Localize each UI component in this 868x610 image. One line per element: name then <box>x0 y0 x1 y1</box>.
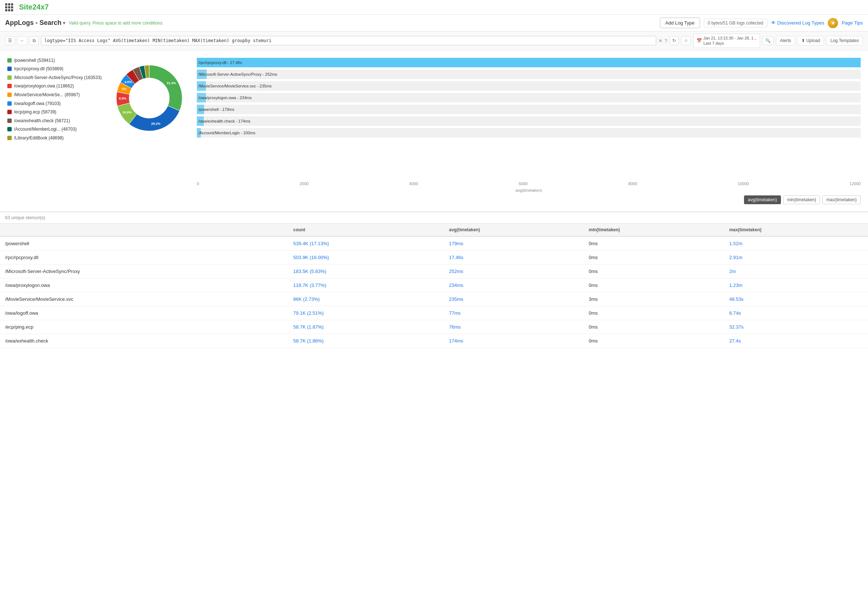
table-row[interactable]: /MovieService/MovieService.svc86K (2.73%… <box>0 292 868 306</box>
chart-control-button[interactable]: min(timetaken) <box>783 196 820 204</box>
bar-row[interactable]: /Microsoft-Server-ActiveSync/Proxy - 252… <box>197 70 861 79</box>
query-bar: ☰ ← ⧉ ✕ ? ↻ ☆ 📅 Jan 21, 13:15:30 - Jan 2… <box>0 31 868 51</box>
table-row[interactable]: /owa/logoff.owa79.1K (2.51%)77ms0ms6.74s <box>0 306 868 320</box>
table-row[interactable]: /ecp/ping.ecp58.7K (1.87%)76ms0ms32.37s <box>0 320 868 334</box>
chart-control-button[interactable]: max(timetaken) <box>822 196 861 204</box>
table-cell: 48.53s <box>724 292 868 306</box>
bar-row[interactable]: /powershell - 179ms <box>197 105 861 114</box>
table-cell: 174ms <box>444 334 583 348</box>
legend-item: /rpc/rpcproxy.dll (503869) <box>7 66 102 72</box>
table-cell: 1.52m <box>724 236 868 251</box>
x-axis-tick: 12000 <box>849 182 861 186</box>
page-tips-link[interactable]: Page Tips <box>842 20 863 26</box>
add-log-type-button[interactable]: Add Log Type <box>660 17 700 28</box>
legend-label: /MovieService/MovieSe... (85987) <box>14 92 80 98</box>
table-cell: 27.4s <box>724 334 868 348</box>
legend-label: /owa/proxylogon.owa (118662) <box>14 84 74 89</box>
header-bar: AppLogs - Search ▾ Valid query. Press sp… <box>0 15 868 31</box>
upload-button[interactable]: ⬆ Upload <box>797 36 824 45</box>
bar-row[interactable]: /owa/proxylogon.owa - 234ms <box>197 93 861 102</box>
title-dropdown-icon[interactable]: ▾ <box>63 20 65 26</box>
grid-menu-icon[interactable] <box>5 3 13 11</box>
alerts-button[interactable]: Alerts <box>776 36 795 45</box>
legend-label: /owa/exhealth.check (58721) <box>14 118 70 124</box>
query-copy-icon[interactable]: ⧉ <box>29 36 39 45</box>
chart-control-button[interactable]: avg(timetaken) <box>744 196 781 204</box>
bar-chart-area: /rpc/rpcproxy.dll - 17.46s/Microsoft-Ser… <box>197 58 861 204</box>
bar-label: /rpc/rpcproxy.dll - 17.46s <box>198 61 242 65</box>
bar-row[interactable]: /Account/MemberLogin - 100ms <box>197 128 861 138</box>
bar-row[interactable]: /owa/exhealth.check - 174ms <box>197 116 861 126</box>
query-help-icon[interactable]: ? <box>665 38 667 43</box>
chart-panel: /powershell (539411)/rpc/rpcproxy.dll (5… <box>0 51 868 211</box>
table-cell: 0ms <box>583 320 724 334</box>
table-cell: 2.91m <box>724 250 868 264</box>
table-header-cell: count <box>288 224 444 236</box>
query-input[interactable] <box>41 36 656 45</box>
svg-text:29.2%: 29.2% <box>151 121 161 125</box>
query-star-icon[interactable]: ☆ <box>681 36 691 45</box>
table-cell: /MovieService/MovieService.svc <box>0 292 288 306</box>
table-cell: 76ms <box>444 320 583 334</box>
table-row[interactable]: /rpc/rpcproxy.dll503.9K (16.00%)17.46s0m… <box>0 250 868 264</box>
bar-row[interactable]: /rpc/rpcproxy.dll - 17.46s <box>197 58 861 67</box>
date-range-picker[interactable]: 📅 Jan 21, 13:15:30 - Jan 28, 1... Last 7… <box>693 34 760 48</box>
table-row[interactable]: /Microsoft-Server-ActiveSync/Proxy183.5K… <box>0 264 868 278</box>
log-templates-button[interactable]: Log Templates <box>826 36 863 45</box>
query-list-icon[interactable]: ☰ <box>5 36 15 45</box>
page-title: AppLogs - Search ▾ <box>5 19 65 27</box>
query-clear-icon[interactable]: ✕ <box>659 38 662 43</box>
svg-text:5%: 5% <box>122 87 127 90</box>
legend-color <box>7 75 12 80</box>
legend-item: /ecp/ping.ecp (58739) <box>7 109 102 115</box>
table-cell: 0ms <box>583 306 724 320</box>
table-cell: 58.7K (1.87%) <box>288 320 444 334</box>
discovered-log-types-link[interactable]: 👁 Discovered Log Types <box>771 20 824 26</box>
table-cell: /owa/proxylogon.owa <box>0 278 288 292</box>
x-axis-tick: 10000 <box>738 182 749 186</box>
legend-color <box>7 93 12 97</box>
reward-coin-icon[interactable]: ★ <box>828 18 838 28</box>
table-header-cell: avg(timetaken) <box>444 224 583 236</box>
table-header-cell: max(timetaken) <box>724 224 868 236</box>
bar-track: /owa/proxylogon.owa - 234ms <box>197 93 861 102</box>
x-axis-tick: 2000 <box>299 182 308 186</box>
query-back-icon[interactable]: ← <box>17 36 28 45</box>
table-cell: 0ms <box>583 278 724 292</box>
bar-label: /owa/exhealth.check - 174ms <box>198 119 250 123</box>
table-cell: /powershell <box>0 236 288 251</box>
table-cell: 118.7K (3.77%) <box>288 278 444 292</box>
svg-text:31.3%: 31.3% <box>167 81 176 85</box>
table-cell: 1.23m <box>724 278 868 292</box>
svg-text:6.9%: 6.9% <box>119 96 127 100</box>
main-content: /powershell (539411)/rpc/rpcproxy.dll (5… <box>0 51 868 212</box>
table-cell: /owa/logoff.owa <box>0 306 288 320</box>
table-row[interactable]: /powershell539.4K (17.13%)179ms0ms1.52m <box>0 236 868 251</box>
table-cell: 0ms <box>583 264 724 278</box>
legend-label: /Account/MemberLogi... (48703) <box>14 127 76 132</box>
table-cell: 539.4K (17.13%) <box>288 236 444 251</box>
legend-label: /rpc/rpcproxy.dll (503869) <box>14 66 63 72</box>
eye-icon: 👁 <box>771 20 776 26</box>
bar-track: /MovieService/MovieService.svc - 235ms <box>197 81 861 91</box>
svg-text:4.6%: 4.6% <box>124 80 132 84</box>
legend-item: /owa/proxylogon.owa (118662) <box>7 84 102 89</box>
bar-track: /owa/exhealth.check - 174ms <box>197 116 861 126</box>
table-cell: 0ms <box>583 334 724 348</box>
table-cell: 252ms <box>444 264 583 278</box>
search-icon-btn[interactable]: 🔍 <box>762 36 773 45</box>
bar-track: /Account/MemberLogin - 100ms <box>197 128 861 138</box>
brand-logo: Site24x7 <box>19 3 49 11</box>
bar-track: /Microsoft-Server-ActiveSync/Proxy - 252… <box>197 70 861 79</box>
table-row[interactable]: /owa/proxylogon.owa118.7K (3.77%)234ms0m… <box>0 278 868 292</box>
table-cell: /owa/exhealth.check <box>0 334 288 348</box>
svg-text:10.6%: 10.6% <box>122 110 132 114</box>
table-header-cell: min(timetaken) <box>583 224 724 236</box>
data-table: countavg(timetaken)min(timetaken)max(tim… <box>0 224 868 348</box>
legend-color <box>7 58 12 62</box>
valid-query-msg: Valid query. Press space to add more con… <box>69 20 163 26</box>
bar-row[interactable]: /MovieService/MovieService.svc - 235ms <box>197 81 861 91</box>
legend-color <box>7 101 12 106</box>
query-refresh-icon[interactable]: ↻ <box>670 36 679 45</box>
table-row[interactable]: /owa/exhealth.check58.7K (1.86%)174ms0ms… <box>0 334 868 348</box>
